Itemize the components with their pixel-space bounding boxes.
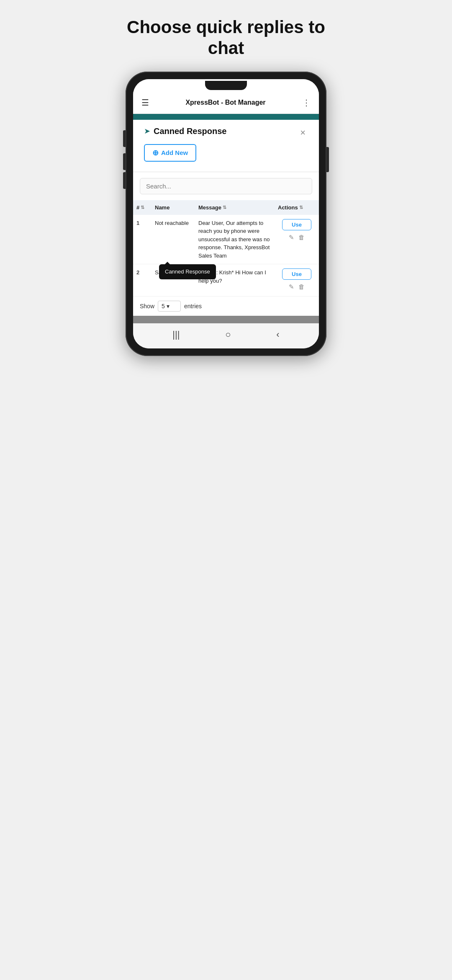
nav-bar: ||| ○ ‹ <box>133 323 319 348</box>
teal-accent <box>133 114 319 120</box>
menu-icon[interactable]: ☰ <box>140 96 151 109</box>
row2-action-icons: ✎ 🗑 <box>289 282 305 292</box>
add-new-label: Add New <box>161 149 188 156</box>
row1-message: Dear User, Our attempts to reach you by … <box>198 219 276 260</box>
close-button[interactable]: × <box>298 126 308 139</box>
row1-trash-icon[interactable]: 🗑 <box>298 233 305 242</box>
table-wrapper: # ⇅ Name Message ⇅ Actions ⇅ <box>133 200 319 297</box>
col-header-message: Message ⇅ <box>198 204 276 211</box>
notch <box>205 81 247 90</box>
search-input[interactable] <box>140 178 312 194</box>
modal-area: ➤ Canned Response × ⊕ Add New <box>137 120 315 172</box>
col-header-actions: Actions ⇅ <box>278 204 316 211</box>
app-title: XpressBot - Bot Manager <box>155 99 296 106</box>
entries-select[interactable]: 5 ▾ <box>158 301 181 312</box>
modal-title: Canned Response <box>154 126 226 136</box>
show-label: Show <box>140 303 154 309</box>
plus-icon: ⊕ <box>152 148 159 157</box>
row2-actions: Use ✎ 🗑 <box>278 268 316 292</box>
status-bar <box>133 79 319 92</box>
home-icon[interactable]: ○ <box>225 329 231 340</box>
back-icon[interactable]: ‹ <box>276 329 279 340</box>
entries-value: 5 <box>162 303 165 309</box>
dropdown-icon: ▾ <box>167 303 170 309</box>
table-header: # ⇅ Name Message ⇅ Actions ⇅ <box>133 200 319 215</box>
more-icon[interactable]: ⋮ <box>300 96 312 109</box>
row1-use-button[interactable]: Use <box>282 219 311 230</box>
row2-name: Sales Executive Canned Response <box>155 268 197 277</box>
row1-action-icons: ✎ 🗑 <box>289 233 305 242</box>
row1-actions: Use ✎ 🗑 <box>278 219 316 242</box>
modal-header: ➤ Canned Response × <box>144 126 308 139</box>
app-bar: ☰ XpressBot - Bot Manager ⋮ <box>133 92 319 114</box>
row2-trash-icon[interactable]: 🗑 <box>298 282 305 292</box>
tooltip-wrapper: Sales Executive Canned Response <box>155 268 194 277</box>
col-header-name: Name <box>155 204 197 211</box>
row2-num: 2 <box>136 268 153 277</box>
recent-apps-icon[interactable]: ||| <box>172 329 180 340</box>
entries-label: entries <box>184 303 202 309</box>
pagination-bar: Show 5 ▾ entries <box>133 297 319 316</box>
sort-icon-num[interactable]: ⇅ <box>141 205 144 210</box>
row1-name: Not reachable <box>155 219 197 227</box>
page-headline: Choose quick replies to chat <box>113 0 339 72</box>
sort-icon-msg[interactable]: ⇅ <box>223 205 226 210</box>
phone-shell: ☰ XpressBot - Bot Manager ⋮ ➤ Canned Res… <box>126 72 326 356</box>
table-row: 2 Sales Executive Canned Response *Agent… <box>133 264 319 297</box>
phone-screen: ☰ XpressBot - Bot Manager ⋮ ➤ Canned Res… <box>133 79 319 348</box>
row2-use-button[interactable]: Use <box>282 268 311 280</box>
col-header-num: # ⇅ <box>136 204 153 211</box>
sort-icon-act[interactable]: ⇅ <box>299 205 303 210</box>
row1-num: 1 <box>136 219 153 227</box>
bottom-area <box>133 316 319 323</box>
row1-edit-icon[interactable]: ✎ <box>289 233 294 242</box>
send-icon: ➤ <box>144 126 150 136</box>
tooltip-box: Canned Response <box>159 264 216 279</box>
add-new-button[interactable]: ⊕ Add New <box>144 144 196 162</box>
row2-edit-icon[interactable]: ✎ <box>289 282 294 292</box>
table-row: 1 Not reachable Dear User, Our attempts … <box>133 215 319 265</box>
modal-title-row: ➤ Canned Response <box>144 126 226 136</box>
page-wrapper: Choose quick replies to chat ☰ XpressBot… <box>113 0 339 356</box>
search-area <box>133 172 319 200</box>
